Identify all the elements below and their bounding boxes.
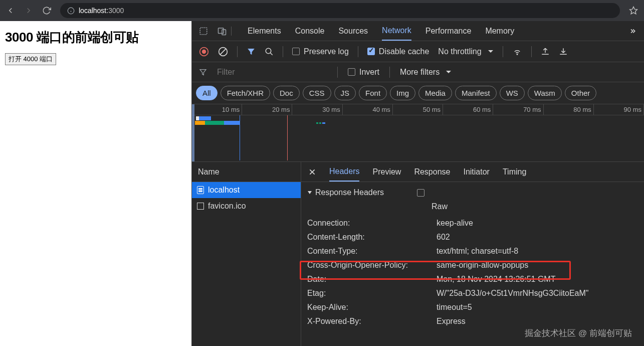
header-keep-alive: Keep-Alive:timeout=5 — [301, 300, 644, 314]
raw-label: Raw — [432, 202, 448, 211]
type-ws[interactable]: WS — [500, 86, 525, 100]
type-doc[interactable]: Doc — [273, 86, 300, 100]
detail-tab-response[interactable]: Response — [414, 162, 450, 182]
svg-line-10 — [220, 49, 226, 55]
network-split: Name localhost favicon.ico Headers Previ… — [192, 162, 644, 346]
timeline-bars — [192, 115, 644, 125]
detail-body: Response Headers Raw Connection:keep-ali… — [301, 182, 644, 346]
type-js[interactable]: JS — [334, 86, 356, 100]
header-connection: Connection:keep-alive — [301, 216, 644, 230]
name-column-header[interactable]: Name — [192, 162, 301, 182]
devtools-tabs: Elements Console Sources Network Perform… — [192, 21, 644, 41]
header-content-type: Content-Type:text/html; charset=utf-8 — [301, 244, 644, 258]
request-name: favicon.ico — [208, 202, 246, 211]
type-all[interactable]: All — [196, 86, 218, 100]
bookmark-button[interactable] — [629, 6, 638, 15]
preserve-log-label: Preserve log — [304, 47, 349, 56]
timeline[interactable]: 10 ms 20 ms 30 ms 40 ms 50 ms 60 ms 70 m… — [192, 104, 644, 162]
header-coop: Cross-Origin-Opener-Policy:same-origin-a… — [301, 258, 644, 272]
url-bar[interactable]: localhost:3000 — [60, 3, 620, 18]
open-4000-button[interactable]: 打开 4000 端口 — [5, 53, 56, 65]
wifi-icon[interactable] — [512, 47, 522, 56]
tab-sources[interactable]: Sources — [338, 21, 368, 41]
response-headers-section[interactable]: Response Headers — [301, 185, 644, 200]
type-media[interactable]: Media — [418, 86, 452, 100]
browser-toolbar: localhost:3000 — [0, 0, 644, 21]
type-img[interactable]: Img — [390, 86, 415, 100]
raw-checkbox[interactable] — [417, 189, 424, 197]
clear-button[interactable] — [218, 47, 228, 57]
timeline-cursor — [192, 104, 194, 161]
invert-checkbox[interactable]: Invert — [348, 68, 379, 77]
header-etag: Etag:W/"25a-D3J/o+C5t1VmrNHsgG3CiitoEaM" — [301, 286, 644, 300]
page-title: 3000 端口的前端创可贴 — [5, 29, 186, 46]
svg-point-8 — [202, 49, 206, 53]
tab-performance[interactable]: Performance — [425, 21, 472, 41]
header-date: Date:Mon, 18 Nov 2024 13:26:51 GMT — [301, 272, 644, 286]
section-title: Response Headers — [315, 188, 384, 197]
svg-rect-5 — [219, 28, 224, 34]
file-icon — [197, 203, 204, 210]
request-favicon[interactable]: favicon.ico — [192, 198, 301, 214]
svg-rect-4 — [200, 28, 207, 35]
detail-panel: Headers Preview Response Initiator Timin… — [301, 162, 644, 346]
type-css[interactable]: CSS — [303, 86, 331, 100]
throttle-label: No throttling — [438, 47, 481, 56]
device-toggle-icon[interactable] — [217, 27, 227, 36]
main-area: 3000 端口的前端创可贴 打开 4000 端口 Elements Consol… — [0, 21, 644, 346]
disable-cache-label: Disable cache — [379, 47, 430, 56]
reload-button[interactable] — [42, 6, 51, 15]
download-icon[interactable] — [559, 47, 568, 56]
raw-toggle[interactable]: Raw — [301, 200, 644, 216]
forward-button[interactable] — [24, 6, 33, 15]
page-content: 3000 端口的前端创可贴 打开 4000 端口 — [0, 21, 191, 346]
network-toolbar: Preserve log Disable cache No throttling — [192, 41, 644, 62]
detail-tab-initiator[interactable]: Initiator — [463, 162, 489, 182]
type-manifest[interactable]: Manifest — [455, 86, 497, 100]
invert-label: Invert — [359, 68, 379, 77]
devtools: Elements Console Sources Network Perform… — [191, 21, 644, 346]
type-fetch[interactable]: Fetch/XHR — [221, 86, 270, 100]
filter-row: Invert More filters — [192, 62, 644, 82]
header-x-powered-by: X-Powered-By:Express — [301, 314, 644, 328]
type-filters: All Fetch/XHR Doc CSS JS Font Img Media … — [192, 82, 644, 104]
more-tabs-icon[interactable] — [628, 28, 637, 35]
request-name: localhost — [208, 186, 240, 195]
close-icon[interactable] — [308, 168, 316, 176]
svg-marker-3 — [630, 7, 637, 14]
document-icon — [197, 186, 204, 194]
funnel-icon — [199, 68, 207, 76]
more-filters[interactable]: More filters — [400, 68, 452, 77]
filter-input[interactable] — [217, 68, 327, 77]
svg-point-11 — [266, 48, 271, 54]
upload-icon[interactable] — [541, 47, 550, 56]
type-other[interactable]: Other — [565, 86, 597, 100]
type-wasm[interactable]: Wasm — [528, 86, 562, 100]
svg-line-12 — [270, 53, 273, 55]
tab-elements[interactable]: Elements — [248, 21, 281, 41]
inspect-icon[interactable] — [199, 27, 208, 36]
header-content-length: Content-Length:602 — [301, 230, 644, 244]
back-button[interactable] — [6, 6, 15, 15]
detail-tabs: Headers Preview Response Initiator Timin… — [301, 162, 644, 182]
tab-console[interactable]: Console — [295, 21, 325, 41]
record-button[interactable] — [199, 47, 209, 57]
request-localhost[interactable]: localhost — [192, 182, 301, 198]
detail-tab-timing[interactable]: Timing — [503, 162, 526, 182]
tab-memory[interactable]: Memory — [485, 21, 514, 41]
filter-icon[interactable] — [247, 47, 256, 56]
svg-point-13 — [517, 54, 518, 55]
throttle-select[interactable]: No throttling — [438, 47, 493, 56]
preserve-log-checkbox[interactable]: Preserve log — [292, 47, 349, 56]
timeline-ruler: 10 ms 20 ms 30 ms 40 ms 50 ms 60 ms 70 m… — [192, 104, 644, 115]
disable-cache-checkbox[interactable]: Disable cache — [367, 47, 430, 56]
info-icon — [67, 7, 75, 15]
detail-tab-preview[interactable]: Preview — [372, 162, 401, 182]
search-icon[interactable] — [265, 47, 274, 56]
url-text: localhost:3000 — [79, 7, 124, 15]
tab-network[interactable]: Network — [382, 21, 411, 41]
more-filters-label: More filters — [400, 68, 440, 77]
request-list: Name localhost favicon.ico — [192, 162, 301, 346]
detail-tab-headers[interactable]: Headers — [329, 162, 359, 182]
type-font[interactable]: Font — [359, 86, 387, 100]
